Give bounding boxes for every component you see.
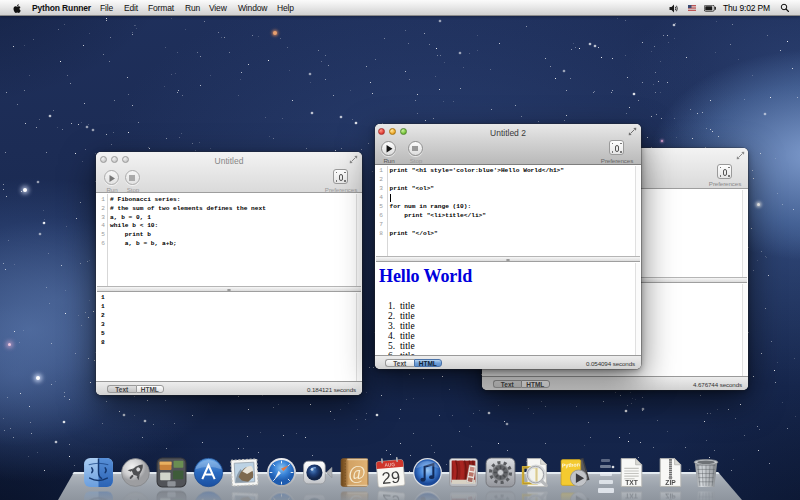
svg-text:@: @ (348, 462, 365, 483)
svg-text:AUG: AUG (384, 462, 395, 468)
svg-text:ZIP: ZIP (665, 479, 676, 486)
svg-text:29: 29 (381, 468, 401, 488)
svg-text:Python: Python (562, 461, 581, 468)
svg-text:TXT: TXT (625, 479, 639, 486)
